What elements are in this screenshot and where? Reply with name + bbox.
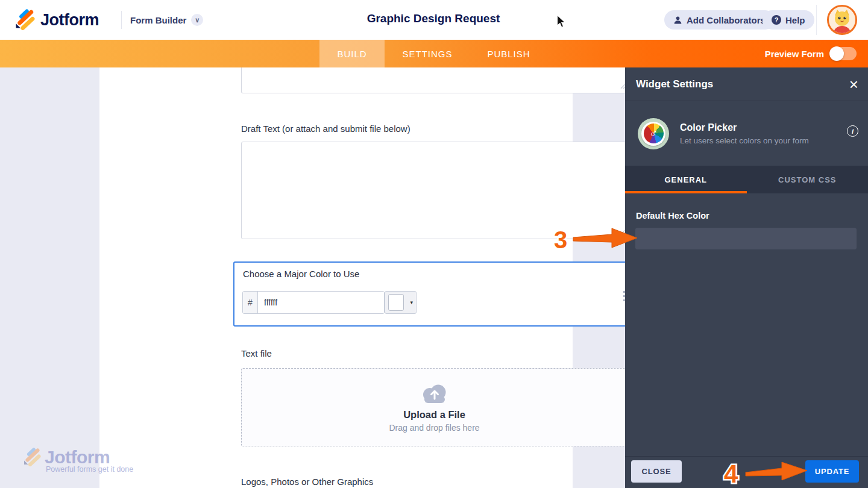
upload-cloud-icon (420, 383, 449, 403)
info-icon[interactable]: i (847, 125, 858, 137)
update-button[interactable]: UPDATE (805, 460, 859, 483)
text-file-label: Text file (241, 348, 272, 358)
watermark-brand: Jotform (45, 447, 110, 468)
color-field-label: Choose a Major Color to Use (243, 269, 359, 279)
toggle-knob (829, 46, 844, 61)
logos-label: Logos, Photos or Other Graphics (241, 477, 373, 487)
mouse-cursor-icon (555, 14, 568, 31)
preview-form-label: Preview Form (765, 49, 824, 59)
draft-text-label: Draft Text (or attach and submit file be… (241, 124, 410, 134)
header-divider (816, 5, 817, 35)
header-divider (121, 11, 122, 29)
widget-description: Let users select colors on your form (680, 136, 847, 145)
form-canvas: Draft Text (or attach and submit file be… (99, 67, 573, 488)
avatar[interactable] (827, 5, 857, 35)
upload-subtitle: Drag and drop files here (389, 423, 479, 433)
panel-header: Widget Settings × (625, 67, 868, 101)
jotform-watermark: Jotform Powerful forms get it done (22, 447, 133, 474)
add-collaborators-button[interactable]: Add Collaborators (664, 10, 775, 30)
preview-form-toggle[interactable] (830, 47, 857, 60)
draft-text-textarea[interactable] (241, 142, 627, 239)
builder-tabs: BUILD SETTINGS PUBLISH (319, 40, 547, 67)
form-title[interactable]: Graphic Design Request (367, 12, 500, 25)
panel-tabs: GENERAL CUSTOM CSS (625, 166, 868, 193)
jotform-logo[interactable]: Jotform (13, 9, 99, 31)
hex-prefix: # (243, 292, 258, 313)
jotform-logo-icon (13, 9, 35, 31)
panel-body: Default Hex Color (625, 193, 868, 456)
caret-down-icon: ▾ (410, 299, 413, 305)
color-swatch (388, 294, 404, 311)
tab-settings[interactable]: SETTINGS (385, 40, 470, 67)
app-name-label: Form Builder (130, 15, 186, 25)
help-icon: ? (772, 15, 781, 25)
tab-general[interactable]: GENERAL (625, 166, 747, 193)
color-swatch-dropdown[interactable]: ▾ (385, 291, 417, 314)
user-icon (673, 16, 682, 25)
hex-input-group: # (242, 291, 385, 314)
resize-handle-icon[interactable] (619, 226, 625, 237)
color-picker-field-selected[interactable]: Choose a Major Color to Use # ▾ (233, 261, 635, 327)
app-switcher[interactable]: Form Builder ∨ (130, 0, 203, 40)
male-symbol-icon: ♂ (649, 127, 658, 140)
close-icon[interactable]: × (849, 77, 858, 92)
tab-build[interactable]: BUILD (319, 40, 385, 67)
panel-footer: CLOSE UPDATE (625, 456, 868, 488)
resize-handle-icon[interactable] (619, 80, 625, 91)
add-collaborators-label: Add Collaborators (687, 15, 766, 25)
top-header: Jotform Form Builder ∨ Graphic Design Re… (0, 0, 868, 40)
default-hex-color-input[interactable] (635, 228, 857, 249)
hex-color-input[interactable] (258, 292, 384, 313)
chevron-down-icon: ∨ (191, 14, 203, 26)
close-button[interactable]: CLOSE (631, 460, 682, 483)
widget-name: Color Picker (680, 122, 847, 133)
panel-title: Widget Settings (636, 78, 713, 90)
jotform-watermark-icon (22, 448, 41, 467)
tab-publish[interactable]: PUBLISH (470, 40, 547, 67)
brand-name: Jotform (40, 11, 99, 30)
hex-color-row: # ▾ (242, 291, 417, 314)
default-hex-color-label: Default Hex Color (636, 211, 709, 221)
jotform-form-builder: Jotform Form Builder ∨ Graphic Design Re… (0, 0, 868, 488)
help-label: Help (785, 15, 805, 25)
textarea-partial-top[interactable] (241, 67, 627, 93)
help-button[interactable]: ? Help (763, 10, 814, 30)
upload-title: Upload a File (403, 409, 465, 421)
color-picker-widget-icon: ♂ (638, 118, 669, 149)
widget-info-section: ♂ Color Picker Let users select colors o… (625, 101, 868, 166)
tab-custom-css[interactable]: CUSTOM CSS (747, 166, 868, 193)
file-upload-dropzone[interactable]: Upload a File Drag and drop files here (241, 368, 627, 446)
builder-nav-bar: BUILD SETTINGS PUBLISH Preview Form (0, 40, 868, 67)
preview-form-control: Preview Form (765, 40, 857, 67)
watermark-tagline: Powerful forms get it done (46, 465, 133, 474)
widget-settings-panel: Widget Settings × ♂ Color Picker Let use… (625, 67, 868, 488)
